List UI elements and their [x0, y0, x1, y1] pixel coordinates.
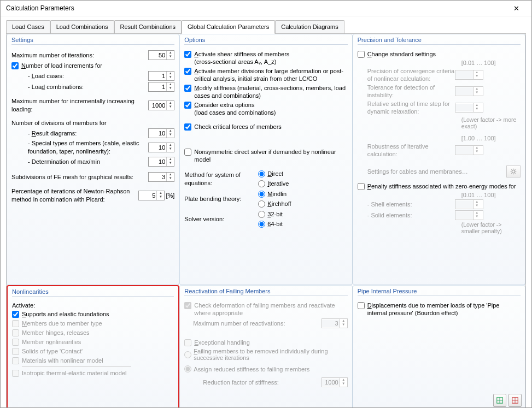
tab-load-combinations[interactable]: Load Combinations	[50, 20, 114, 34]
assign-label: Assign reduced stiffness to failing memb…	[194, 366, 309, 372]
robust-spinner: ▲▼	[455, 145, 483, 155]
pipe-checkbox[interactable]	[358, 302, 365, 309]
solver-64-label: 64-bit	[267, 220, 283, 228]
picard-spinner[interactable]: ▲▼	[138, 191, 165, 200]
precision-note1: (Lower factor -> more exact)	[461, 116, 521, 129]
panel-options: Options Activate shear stiffness of memb…	[179, 34, 352, 285]
extra-button-2[interactable]	[508, 394, 522, 407]
div-members-label: Number of divisions of members for	[11, 119, 174, 127]
fe-mesh-input[interactable]	[149, 173, 166, 181]
panel-pipe-title: Pipe Internal Pressure	[358, 288, 521, 297]
tab-result-combinations[interactable]: Result Combinations	[114, 20, 182, 34]
spinner-arrows-icon[interactable]: ▲▼	[166, 129, 174, 138]
spinner-arrows-icon[interactable]: ▲▼	[166, 72, 174, 80]
nonsym-label: Nonsymmetric direct solver if demanded b…	[194, 148, 347, 163]
close-icon[interactable]: ✕	[505, 1, 527, 16]
shear-label: Activate shear stiffness of members(cros…	[194, 50, 347, 66]
cables-label: Settings for cables and membranes…	[367, 168, 506, 175]
spinner-arrows-icon[interactable]: ▲▼	[156, 191, 164, 200]
window-title: Calculation Parameters	[6, 4, 505, 12]
spinner-arrows-icon[interactable]: ▲▼	[166, 143, 174, 152]
extra-button-1[interactable]	[493, 394, 506, 407]
panel-precision-title: Precision and Tolerance	[358, 37, 521, 46]
precision-range1: [0.01 … 100]	[461, 60, 521, 66]
precision-range2: [1.00 … 100]	[461, 135, 521, 141]
solver-64-radio[interactable]	[258, 221, 265, 228]
load-cases-input[interactable]	[149, 72, 166, 80]
result-diagrams-spinner[interactable]: ▲▼	[148, 128, 174, 138]
hinges-label: Member hinges, releases	[22, 329, 90, 336]
svg-point-0	[512, 170, 515, 173]
special-types-spinner[interactable]: ▲▼	[148, 143, 174, 152]
solver-32-radio[interactable]	[258, 211, 265, 218]
fe-mesh-label: Subdivisions of FE mesh for graphical re…	[11, 173, 148, 181]
panel-icon	[511, 397, 519, 404]
nonsym-checkbox[interactable]	[184, 149, 191, 156]
modify-checkbox[interactable]	[184, 85, 191, 92]
critical-checkbox[interactable]	[184, 123, 191, 131]
conv-spinner: ▲▼	[455, 70, 483, 80]
panel-settings-title: Settings	[11, 37, 174, 46]
load-combos-input[interactable]	[149, 83, 166, 91]
plate-mindlin-radio[interactable]	[258, 191, 265, 198]
except-checkbox	[184, 339, 191, 346]
spinner-arrows-icon[interactable]: ▲▼	[166, 82, 174, 91]
panel-options-title: Options	[184, 37, 347, 46]
special-types-input[interactable]	[149, 144, 166, 151]
tab-calc-diagrams[interactable]: Calculation Diagrams	[275, 20, 344, 34]
supports-checkbox[interactable]	[12, 311, 19, 318]
maxmin-input[interactable]	[149, 158, 166, 165]
plate-kirchhoff-radio[interactable]	[258, 200, 265, 208]
method-direct-radio[interactable]	[258, 170, 265, 178]
method-iterative-label: Iterative	[267, 180, 289, 188]
hinges-checkbox	[12, 329, 19, 336]
react-max-label: Maximum number of reactivations:	[193, 320, 321, 328]
except-label: Exceptional handling	[194, 339, 347, 346]
fe-mesh-spinner[interactable]: ▲▼	[148, 172, 174, 182]
spinner-arrows-icon[interactable]: ▲▼	[166, 157, 174, 166]
penalty-checkbox[interactable]	[358, 183, 365, 190]
maxmin-spinner[interactable]: ▲▼	[148, 157, 174, 167]
load-combos-label: Load combinations:	[28, 83, 148, 91]
method-iterative-radio[interactable]	[258, 180, 265, 187]
cables-button	[506, 165, 521, 178]
load-inc-checkbox[interactable]	[11, 62, 19, 69]
materials-checkbox	[12, 357, 19, 364]
max-iter-spinner[interactable]: ▲▼	[148, 50, 174, 60]
result-diagrams-input[interactable]	[149, 129, 166, 137]
react-check-checkbox	[184, 302, 191, 309]
tab-global-calc-params[interactable]: Global Calculation Parameters	[182, 20, 275, 34]
inc-loading-spinner[interactable]: ▲▼	[148, 100, 174, 110]
spinner-arrows-icon[interactable]: ▲▼	[166, 173, 174, 181]
member-nl-label: Member nonlinearities	[22, 338, 81, 346]
robust-label: Robustness of iterative calculation:	[367, 143, 455, 158]
panel-nonlinearities-title: Nonlinearities	[12, 288, 174, 298]
result-diagrams-label: Result diagrams:	[28, 129, 148, 138]
relax-spinner: ▲▼	[455, 103, 483, 113]
picard-unit: [%]	[166, 192, 174, 200]
precision-note2: (Lower factor -> smaller penalty)	[461, 221, 521, 234]
load-combos-spinner[interactable]: ▲▼	[148, 82, 174, 92]
shear-checkbox[interactable]	[184, 51, 191, 58]
inc-loading-input[interactable]	[149, 102, 166, 109]
extra-checkbox[interactable]	[184, 102, 191, 109]
panel-reactivation: Reactivation of Failing Members Check de…	[179, 285, 352, 408]
maxmin-label: Determination of max/min	[28, 158, 148, 166]
panel-nonlinearities: Nonlinearities Activate: Supports and el…	[7, 285, 179, 408]
assign-radio	[184, 365, 191, 372]
change-settings-checkbox[interactable]	[358, 51, 365, 58]
load-cases-spinner[interactable]: ▲▼	[148, 71, 174, 81]
modify-label: Modify stiffness (material, cross-sectio…	[194, 84, 347, 99]
picard-input[interactable]	[139, 192, 156, 199]
large-def-checkbox[interactable]	[184, 68, 191, 75]
special-types-label: Special types of members (cable, elastic…	[28, 139, 148, 156]
penalty-label: Penalty stiffness associated with zero-e…	[367, 182, 516, 190]
solid-label: - Solid elements:	[367, 211, 455, 219]
iso-label: Isotropic thermal-elastic material model	[22, 369, 126, 377]
tab-load-cases[interactable]: Load Cases	[6, 20, 50, 34]
materials-label: Materials with nonlinear model	[22, 357, 103, 364]
spinner-arrows-icon[interactable]: ▲▼	[166, 101, 174, 110]
title-bar: Calculation Parameters ✕	[1, 1, 531, 16]
spinner-arrows-icon[interactable]: ▲▼	[166, 51, 174, 60]
max-iter-input[interactable]	[149, 51, 166, 59]
